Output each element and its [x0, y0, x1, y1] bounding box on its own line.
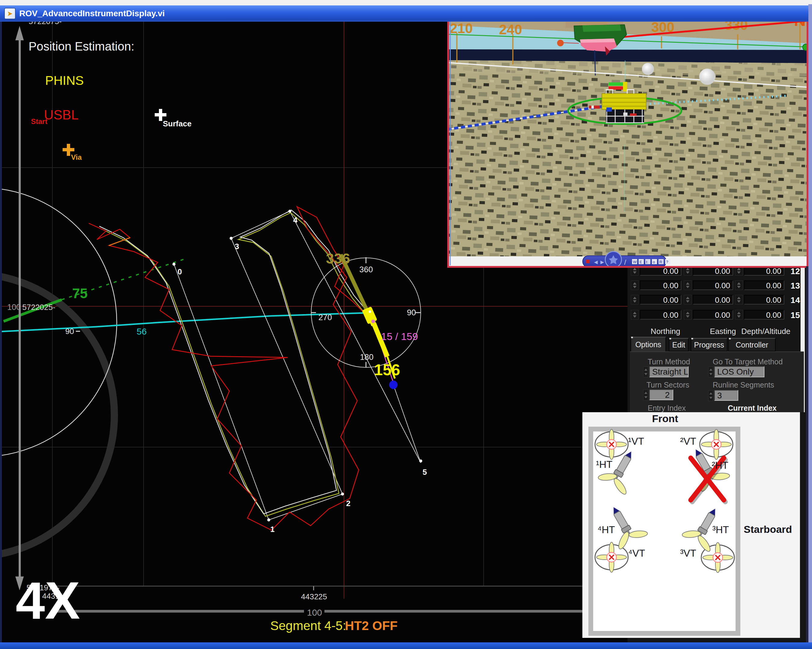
compass-180: 180 — [360, 353, 374, 362]
northing-spinner-15[interactable] — [631, 310, 639, 320]
window-right-inner-border — [806, 266, 808, 642]
goto-target-method-spinner[interactable] — [708, 366, 713, 377]
via-marker-label: Via — [71, 153, 82, 161]
window-left-border — [0, 22, 2, 642]
y-axis-mid-label: 5722025- — [22, 303, 55, 312]
northing-spinner-14[interactable] — [631, 295, 639, 305]
runline-segments-input[interactable]: 3 — [714, 390, 738, 401]
heading-value: 336 — [326, 251, 350, 267]
northing-value-13[interactable]: 0.00 — [640, 280, 681, 290]
tab-progress[interactable]: Progress — [691, 338, 727, 352]
3d-scene-viewport: 210 240 300 330 N — [447, 4, 808, 268]
ht2-label: ²HT — [712, 460, 728, 471]
orange-marker-dot — [557, 40, 564, 46]
vt1-label: ¹VT — [628, 436, 644, 447]
surface-marker-label: Surface — [163, 119, 191, 128]
vt4-label: ⁴VT — [628, 548, 645, 559]
depth-value-13[interactable]: 0.00 — [744, 280, 784, 290]
row-index-14: 14 — [786, 296, 800, 305]
waypoint-label-0: 0 — [177, 267, 182, 276]
depth-value-14[interactable]: 0.00 — [744, 295, 784, 305]
x-scale-value: 100 — [307, 608, 322, 617]
x-axis-mid-label: 443225 — [301, 592, 327, 601]
easting-value-14[interactable]: 0.00 — [693, 295, 733, 305]
position-estimation-title: Position Estimation: — [29, 40, 134, 53]
turn-sectors-spinner[interactable] — [643, 390, 648, 401]
phins-legend: PHINS — [45, 73, 84, 88]
goto-target-method-select[interactable]: LOS Only — [714, 366, 765, 377]
easting-spinner-14[interactable] — [684, 295, 691, 305]
row-index-13: 13 — [786, 281, 800, 291]
left-ring-90-label: 90 — [65, 327, 74, 336]
zoom-badge: 4X — [16, 571, 80, 630]
vt2-label: ²VT — [680, 436, 696, 447]
current-index-label: Current Index — [728, 404, 777, 413]
ht3-label: ³HT — [712, 524, 729, 536]
easting-value-13[interactable]: 0.00 — [693, 280, 733, 290]
waypoint-label-3: 3 — [235, 242, 239, 251]
heading-240: 240 — [499, 22, 522, 37]
svg-text:W: W — [633, 260, 637, 264]
starboard-label: Starboard — [744, 524, 792, 535]
y-axis-mid-scale: 100 — [7, 303, 21, 312]
start-label: Start — [31, 117, 47, 125]
turn-sectors-input[interactable]: 2 — [649, 389, 673, 400]
northing-spinner-13[interactable] — [631, 280, 639, 290]
easting-spinner-15[interactable] — [684, 310, 691, 320]
row-index-12: 12 — [786, 267, 800, 276]
ht4-label: ⁴HT — [597, 524, 615, 536]
application-window: 360 90 180 270 0 1 2 3 4 5 — [0, 0, 812, 649]
waypoint-label-4: 4 — [293, 215, 298, 224]
divider-glyph: / — [624, 258, 626, 266]
heading-210: 210 — [450, 20, 473, 36]
front-label: Front — [643, 413, 688, 425]
window-right-border — [808, 4, 812, 642]
labview-app-icon: ➤ — [4, 8, 16, 19]
northing-value-14[interactable]: 0.00 — [640, 295, 681, 305]
compass-360: 360 — [359, 265, 373, 274]
tab-options[interactable]: Options — [630, 337, 666, 352]
waypoint-label-5: 5 — [423, 468, 427, 477]
depth-spinner-15[interactable] — [735, 310, 743, 320]
runline-segments-label: Runline Segments — [713, 381, 774, 389]
3d-scene: 210 240 300 330 N — [447, 4, 808, 268]
svg-text:o: o — [653, 260, 655, 264]
entry-index-label: Entry Index — [648, 404, 685, 413]
header-northing: Northing — [647, 327, 684, 336]
runline-segments-spinner[interactable] — [708, 390, 713, 401]
waypoint-label-1: 1 — [270, 525, 275, 534]
depth-spinner-14[interactable] — [735, 295, 743, 305]
green-speed-value: 75 — [72, 285, 88, 301]
waypoint-label-2: 2 — [346, 499, 350, 508]
pan-left-icon[interactable]: ◄ — [593, 259, 599, 265]
tab-controller[interactable]: Controller — [728, 338, 775, 352]
x-scale-bar-right — [324, 610, 627, 612]
vehicle-bow-dot — [369, 311, 371, 313]
cross-track-readout: 15 / 159 — [381, 331, 418, 342]
easting-value-15[interactable]: 0.00 — [693, 310, 733, 320]
turn-method-spinner[interactable] — [643, 366, 648, 377]
window-bottom-border — [0, 642, 812, 649]
window-title: ROV_AdvancedInstrumentDisplay.vi — [19, 9, 165, 18]
turn-method-label: Turn Method — [648, 358, 690, 366]
depth-spinner-13[interactable] — [735, 280, 743, 290]
cyan-speed-value: 56 — [137, 326, 147, 337]
easting-spinner-13[interactable] — [684, 280, 691, 290]
record-icon[interactable] — [586, 260, 589, 263]
segment-status-prefix: Segment 4-5: — [270, 619, 346, 633]
segment-status-value: HT2 OFF — [345, 619, 398, 633]
svg-text:?: ? — [666, 260, 668, 264]
target-point — [389, 381, 398, 389]
thruster-status-panel: Front Starboard ¹VT ²VT ¹HT ²HT ⁴HT ³HT … — [582, 412, 800, 638]
svg-text:R: R — [659, 260, 662, 264]
turn-method-select[interactable]: Straight Line — [649, 366, 688, 377]
pan-right-icon[interactable]: ► — [599, 259, 605, 265]
depth-value-15[interactable]: 0.00 — [744, 310, 784, 320]
northing-value-15[interactable]: 0.00 — [640, 310, 681, 320]
window-titlebar[interactable]: ➤ ROV_AdvancedInstrumentDisplay.vi — [0, 5, 812, 22]
svg-text:t: t — [646, 260, 647, 264]
header-depth-altitude: Depth/Altitude — [741, 327, 789, 336]
reciprocal-heading-value: 156 — [374, 361, 400, 378]
tab-edit[interactable]: Edit — [669, 338, 688, 352]
row-index-15: 15 — [786, 311, 800, 320]
